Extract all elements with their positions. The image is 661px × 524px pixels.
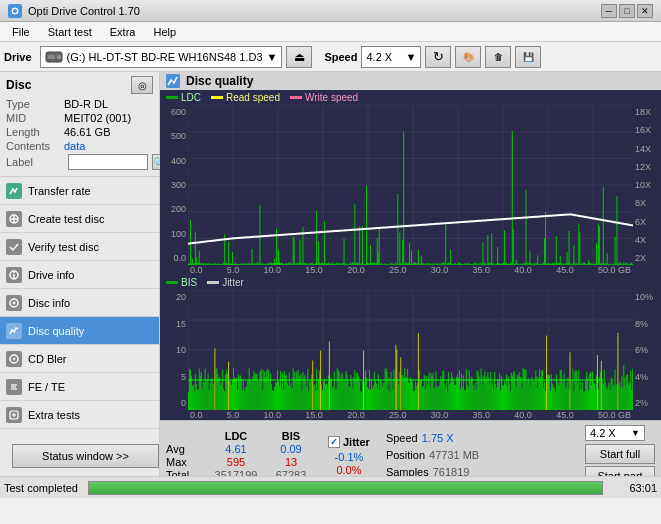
sidebar-item-extra-tests[interactable]: Extra tests — [0, 401, 159, 429]
total-label: Total — [166, 469, 206, 477]
bx-15: 15.0 — [305, 410, 323, 420]
x-40: 40.0 — [514, 265, 532, 275]
chart-header: Disc quality — [160, 72, 661, 90]
erase-button[interactable]: 🗑 — [485, 46, 511, 68]
y-right-8pct: 8% — [635, 319, 661, 329]
bx-5: 5.0 — [227, 410, 240, 420]
y-right-2x: 2X — [635, 253, 661, 263]
ldc-legend-dot — [166, 96, 178, 99]
jitter-checkbox[interactable]: ✓ — [328, 436, 340, 448]
disc-length-value: 46.61 GB — [64, 126, 110, 138]
disc-info-label: Disc info — [28, 297, 70, 309]
main-layout: Disc ◎ Type BD-R DL MID MEIT02 (001) Len… — [0, 72, 661, 476]
menu-start-test[interactable]: Start test — [40, 24, 100, 40]
cd-bler-label: CD Bler — [28, 353, 67, 365]
y-right-14x: 14X — [635, 144, 661, 154]
avg-jitter-value: -0.1% — [328, 451, 370, 463]
disc-contents-key: Contents — [6, 140, 64, 152]
drive-icon — [45, 50, 63, 64]
cd-icon — [6, 351, 22, 367]
total-bis-value: 67283 — [266, 469, 316, 477]
create-icon — [6, 211, 22, 227]
disc-refresh-button[interactable]: ◎ — [131, 76, 153, 94]
disc-length-row: Length 46.61 GB — [6, 126, 153, 138]
menu-file[interactable]: File — [4, 24, 38, 40]
color-button[interactable]: 🎨 — [455, 46, 481, 68]
disc-label-input[interactable] — [68, 154, 148, 170]
transfer-rate-label: Transfer rate — [28, 185, 91, 197]
y-bot-5: 5 — [160, 372, 188, 382]
stats-avg-row: Avg 4.61 0.09 — [166, 443, 316, 455]
svg-point-14 — [13, 358, 15, 360]
progress-bar-fill — [89, 482, 602, 494]
progress-bar-container — [88, 481, 603, 495]
y-right-10x: 10X — [635, 180, 661, 190]
samples-stat-label: Samples — [386, 466, 429, 476]
sidebar-item-verify-test-disc[interactable]: Verify test disc — [0, 233, 159, 261]
start-full-button[interactable]: Start full — [585, 444, 655, 464]
refresh-icon: ↻ — [433, 49, 444, 64]
stats-header-ldc: LDC — [206, 430, 266, 442]
y-top-500: 500 — [160, 131, 188, 141]
menu-bar: File Start test Extra Help — [0, 22, 661, 42]
jitter-section: ✓ Jitter -0.1% 0.0% — [328, 434, 370, 477]
refresh-button[interactable]: ↻ — [425, 46, 451, 68]
speed-dropdown[interactable]: 4.2 X ▼ — [585, 425, 645, 441]
save-icon: 💾 — [523, 52, 534, 62]
start-part-button[interactable]: Start part — [585, 466, 655, 476]
y-right-4x: 4X — [635, 235, 661, 245]
create-test-disc-label: Create test disc — [28, 213, 104, 225]
position-stat-value: 47731 MB — [429, 449, 479, 461]
drive-info-label: Drive info — [28, 269, 74, 281]
max-label: Max — [166, 456, 206, 468]
sidebar-item-disc-quality[interactable]: Disc quality — [0, 317, 159, 345]
y-top-200: 200 — [160, 204, 188, 214]
app-icon — [8, 4, 22, 18]
content-area: Disc quality LDC Read speed Write speed … — [160, 72, 661, 476]
jitter-checkmark: ✓ — [330, 437, 338, 447]
sidebar-item-fe-te[interactable]: FE / TE — [0, 373, 159, 401]
bx-35: 35.0 — [473, 410, 491, 420]
status-window-button[interactable]: Status window >> — [12, 444, 159, 468]
maximize-button[interactable]: □ — [619, 4, 635, 18]
save-button[interactable]: 💾 — [515, 46, 541, 68]
app-title: Opti Drive Control 1.70 — [28, 5, 140, 17]
menu-extra[interactable]: Extra — [102, 24, 144, 40]
x-30: 30.0 — [431, 265, 449, 275]
read-legend-dot — [211, 96, 223, 99]
progress-time: 63:01 — [607, 482, 657, 494]
verify-icon — [6, 239, 22, 255]
sidebar-item-cd-bler[interactable]: CD Bler — [0, 345, 159, 373]
y-top-100: 100 — [160, 229, 188, 239]
drive-value: (G:) HL-DT-ST BD-RE WH16NS48 1.D3 — [67, 51, 263, 63]
sidebar-item-transfer-rate[interactable]: Transfer rate — [0, 177, 159, 205]
disc-mid-row: MID MEIT02 (001) — [6, 112, 153, 124]
max-ldc-value: 595 — [206, 456, 266, 468]
sidebar-item-drive-info[interactable]: Drive info — [0, 261, 159, 289]
speed-stat-value: 1.75 X — [422, 432, 454, 444]
svg-point-3 — [57, 55, 61, 59]
speed-arrow: ▼ — [406, 51, 417, 63]
sidebar-item-create-test-disc[interactable]: Create test disc — [0, 205, 159, 233]
bx-0: 0.0 — [190, 410, 203, 420]
eject-button[interactable]: ⏏ — [286, 46, 312, 68]
disc-info-icon — [6, 295, 22, 311]
speed-select[interactable]: 4.2 X ▼ — [361, 46, 421, 68]
legend-jitter: Jitter — [207, 277, 244, 288]
jitter-label: Jitter — [343, 436, 370, 448]
close-button[interactable]: ✕ — [637, 4, 653, 18]
y-top-400: 400 — [160, 156, 188, 166]
menu-help[interactable]: Help — [145, 24, 184, 40]
drive-select[interactable]: (G:) HL-DT-ST BD-RE WH16NS48 1.D3 ▼ — [40, 46, 283, 68]
x-0: 0.0 — [190, 265, 203, 275]
samples-stat-value: 761819 — [433, 466, 470, 476]
sidebar: Disc ◎ Type BD-R DL MID MEIT02 (001) Len… — [0, 72, 160, 476]
write-legend-dot — [290, 96, 302, 99]
avg-bis-value: 0.09 — [266, 443, 316, 455]
top-chart-canvas — [188, 105, 633, 265]
minimize-button[interactable]: ─ — [601, 4, 617, 18]
extra-icon — [6, 407, 22, 423]
drive-select-arrow: ▼ — [267, 51, 278, 63]
sidebar-item-disc-info[interactable]: Disc info — [0, 289, 159, 317]
title-bar: Opti Drive Control 1.70 ─ □ ✕ — [0, 0, 661, 22]
